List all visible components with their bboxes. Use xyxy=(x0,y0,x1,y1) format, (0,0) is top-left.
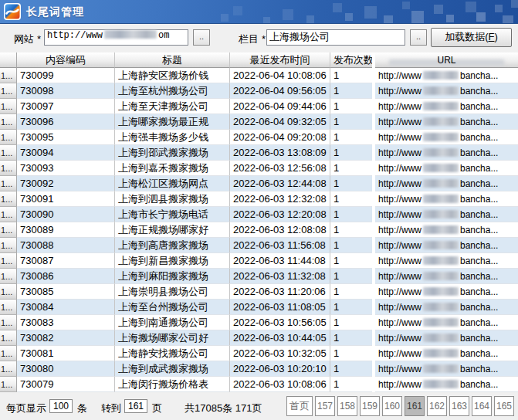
header-url[interactable]: URL xyxy=(375,52,518,68)
table-row[interactable]: 1...730092上海松江区搬场网点2022-06-03 12:44:081 xyxy=(0,176,372,191)
table-row[interactable]: 1...730088上海到高唐搬家搬场2022-06-03 11:56:081 xyxy=(0,238,372,253)
table-row[interactable]: 1...730082上海搬场哪家公司好2022-06-03 10:44:051 xyxy=(0,330,372,346)
table-row-url[interactable]: http://wwwbancha... xyxy=(375,114,518,130)
goto-page-input[interactable] xyxy=(124,399,147,413)
table-row[interactable]: 1...730094上海到邵武搬家搬场2022-06-03 13:08:091 xyxy=(0,145,372,161)
cell-content-code: 730079 xyxy=(17,377,115,392)
table-row-url[interactable]: http://wwwbancha... xyxy=(375,222,518,238)
row-selector[interactable]: 1... xyxy=(0,99,17,114)
row-selector[interactable]: 1... xyxy=(0,83,17,99)
page-button-161[interactable]: 161 xyxy=(405,396,425,416)
page-button-165[interactable]: 165 xyxy=(494,396,514,416)
row-selector[interactable]: 1... xyxy=(0,222,17,238)
table-row-url[interactable]: http://wwwbancha... xyxy=(375,361,518,377)
row-selector[interactable]: 1... xyxy=(0,315,17,330)
page-button-158[interactable]: 158 xyxy=(337,396,357,416)
table-row-url[interactable]: http://wwwbancha... xyxy=(375,253,518,269)
cell-content-code: 730091 xyxy=(17,191,115,207)
table-row-url[interactable]: http://wwwbancha... xyxy=(375,176,518,191)
row-selector[interactable]: 1... xyxy=(0,346,17,361)
cell-publish-count: 1 xyxy=(330,161,372,176)
header-title[interactable]: 标题 xyxy=(115,52,230,68)
header-publish-count[interactable]: 发布次数 xyxy=(330,52,372,68)
site-browse-button[interactable]: .. xyxy=(193,29,210,46)
url-prefix: http://www xyxy=(378,348,422,359)
page-button-163[interactable]: 163 xyxy=(449,396,469,416)
table-row-url[interactable]: http://wwwbancha... xyxy=(375,130,518,145)
cell-url: http://wwwbancha... xyxy=(375,284,518,300)
table-row-url[interactable]: http://wwwbancha... xyxy=(375,207,518,222)
table-row[interactable]: 1...730083上海到南通搬场公司2022-06-03 10:56:051 xyxy=(0,315,372,330)
row-selector[interactable]: 1... xyxy=(0,207,17,222)
row-selector[interactable]: 1... xyxy=(0,161,17,176)
table-row[interactable]: 1...730093上海到嘉禾搬家搬场2022-06-03 12:56:081 xyxy=(0,161,372,176)
row-selector[interactable]: 1... xyxy=(0,361,17,377)
table-row-url[interactable]: http://wwwbancha... xyxy=(375,161,518,176)
table-row-url[interactable]: http://wwwbancha... xyxy=(375,377,518,392)
table-row[interactable]: 1...730080上海到成武搬家搬场2022-06-03 10:20:101 xyxy=(0,361,372,377)
cell-content-code: 730086 xyxy=(17,269,115,284)
table-row-url[interactable]: http://wwwbancha... xyxy=(375,284,518,300)
table-row[interactable]: 1...730099上海静安区搬场价钱2022-06-04 10:08:061 xyxy=(0,68,372,83)
cell-content-code: 730096 xyxy=(17,114,115,130)
header-publish-time[interactable]: 最近发布时间 xyxy=(230,52,330,68)
cell-content-code: 730083 xyxy=(17,315,115,330)
table-row[interactable]: 1...730081上海静安找搬场公司2022-06-03 10:32:051 xyxy=(0,346,372,361)
table-row[interactable]: 1...730095上海强丰搬场多少钱2022-06-04 09:20:081 xyxy=(0,130,372,145)
row-selector[interactable]: 1... xyxy=(0,253,17,269)
table-row-url[interactable]: http://wwwbancha... xyxy=(375,330,518,346)
column-input[interactable]: 上海搬场公司 xyxy=(266,29,405,46)
row-selector[interactable]: 1... xyxy=(0,377,17,392)
table-row[interactable]: 1...730086上海到麻阳搬家搬场2022-06-03 11:32:081 xyxy=(0,269,372,284)
row-selector[interactable]: 1... xyxy=(0,130,17,145)
row-selector[interactable]: 1... xyxy=(0,269,17,284)
row-selector[interactable]: 1... xyxy=(0,68,17,83)
table-row[interactable]: 1...730098上海至杭州搬场公司2022-06-04 09:56:051 xyxy=(0,83,372,99)
table-row-url[interactable]: http://wwwbancha... xyxy=(375,145,518,161)
per-page-input[interactable] xyxy=(49,399,73,413)
cell-publish-count: 1 xyxy=(330,361,372,377)
row-selector[interactable]: 1... xyxy=(0,145,17,161)
table-row[interactable]: 1...730097上海至天津搬场公司2022-06-04 09:44:061 xyxy=(0,99,372,114)
table-row-url[interactable]: http://wwwbancha... xyxy=(375,191,518,207)
cell-content-code: 730098 xyxy=(17,83,115,99)
url-prefix: http://www xyxy=(378,302,422,313)
page-button-164[interactable]: 164 xyxy=(472,396,492,416)
column-browse-button[interactable]: .. xyxy=(410,29,427,46)
table-row-url[interactable]: http://wwwbancha... xyxy=(375,269,518,284)
table-row[interactable]: 1...730089上海正规搬场哪家好2022-06-03 12:08:081 xyxy=(0,222,372,238)
table-row-url[interactable]: http://wwwbancha... xyxy=(375,346,518,361)
row-selector[interactable]: 1... xyxy=(0,300,17,315)
table-row[interactable]: 1...730096上海哪家搬场最正规2022-06-04 09:32:051 xyxy=(0,114,372,130)
row-selector[interactable]: 1... xyxy=(0,284,17,300)
table-row-url[interactable]: http://wwwbancha... xyxy=(375,238,518,253)
table-row-url[interactable]: http://wwwbancha... xyxy=(375,300,518,315)
cell-content-code: 730082 xyxy=(17,330,115,346)
header-content-code[interactable]: 内容编码 xyxy=(17,52,115,68)
row-selector[interactable]: 1... xyxy=(0,191,17,207)
table-row[interactable]: 1...730085上海崇明县搬场公司2022-06-03 11:20:061 xyxy=(0,284,372,300)
table-row-url[interactable]: http://wwwbancha... xyxy=(375,315,518,330)
row-selector[interactable]: 1... xyxy=(0,330,17,346)
page-button-160[interactable]: 160 xyxy=(382,396,402,416)
table-row[interactable]: 1...730090上海市长宁搬场电话2022-06-03 12:20:081 xyxy=(0,207,372,222)
page-first-button[interactable]: 首页 xyxy=(286,396,313,416)
load-data-button[interactable]: 加载数据(F) xyxy=(431,28,512,47)
table-row-url[interactable]: http://wwwbancha... xyxy=(375,83,518,99)
table-row[interactable]: 1...730079上海闵行搬场价格表2022-06-03 10:08:061 xyxy=(0,377,372,392)
site-url-input[interactable]: http://wwwom xyxy=(44,29,188,46)
row-selector[interactable]: 1... xyxy=(0,176,17,191)
page-button-157[interactable]: 157 xyxy=(315,396,335,416)
page-button-162[interactable]: 162 xyxy=(427,396,447,416)
table-row-url[interactable]: http://wwwbancha... xyxy=(375,99,518,114)
table-row[interactable]: 1...730087上海到新昌搬家搬场2022-06-03 11:44:081 xyxy=(0,253,372,269)
table-row-url[interactable]: http://wwwbancha... xyxy=(375,68,518,83)
cell-url: http://wwwbancha... xyxy=(375,222,518,238)
row-selector[interactable]: 1... xyxy=(0,238,17,253)
cell-content-code: 730097 xyxy=(17,99,115,114)
page-button-159[interactable]: 159 xyxy=(360,396,380,416)
table-row[interactable]: 1...730091上海到泗县搬家搬场2022-06-03 12:32:081 xyxy=(0,191,372,207)
row-selector[interactable]: 1... xyxy=(0,114,17,130)
table-row[interactable]: 1...730084上海至台州搬场公司2022-06-03 11:08:051 xyxy=(0,300,372,315)
url-suffix: bancha... xyxy=(460,271,498,282)
